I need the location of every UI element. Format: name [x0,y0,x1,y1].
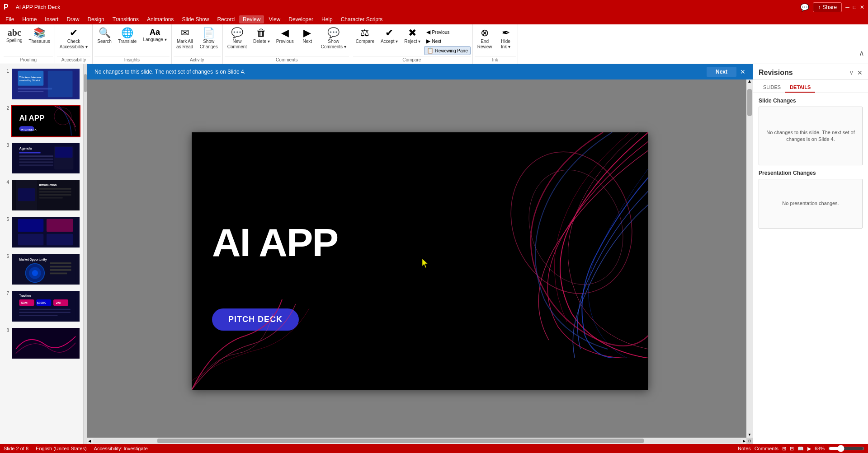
next-change-button[interactable]: ▶ Next [424,37,470,45]
menu-bar: File Home Insert Draw Design Transitions… [0,14,868,24]
show-comments-button[interactable]: 💬 ShowComments ▾ [318,26,349,51]
menu-design[interactable]: Design [84,15,108,23]
svg-rect-5 [18,91,44,92]
translate-button[interactable]: 🌐 Translate [115,26,139,46]
presentation-changes-box: No presentation changes. [759,179,863,229]
slide-image-5[interactable] [11,216,80,248]
next-banner-close[interactable]: ✕ [740,68,745,75]
scroll-corner[interactable]: ⊡ [746,438,753,444]
svg-text:Traction: Traction [19,294,31,297]
previous-comment-button[interactable]: ◀ Previous [274,26,297,46]
view-slideshow-icon[interactable]: ▶ [807,446,811,452]
slide-thumb-4[interactable]: 4 Introduction [2,178,81,212]
slide-thumb-5[interactable]: 5 [2,215,81,249]
reviewing-pane-button[interactable]: 📋 Reviewing Pane [424,46,470,55]
proofing-label: Proofing [4,56,53,64]
spelling-button[interactable]: abc Spelling [4,26,25,45]
scroll-down-arrow[interactable]: ▼ [747,432,752,438]
delete-comment-button[interactable]: 🗑 Delete ▾ [250,26,273,46]
menu-insert[interactable]: Insert [41,15,62,23]
ribbon-collapse-icon[interactable]: ∧ [859,49,864,57]
slide-image-6[interactable]: Market Opportunity [11,253,80,285]
menu-animations[interactable]: Animations [143,15,177,23]
menu-transitions[interactable]: Transitions [109,15,142,23]
menu-help[interactable]: Help [318,15,336,23]
slide-thumb-8[interactable]: 8 [2,326,81,360]
slide-thumb-7[interactable]: 7 Traction $3M $300K 2M [2,289,81,323]
next-change-icon: ▶ [426,38,430,44]
minimize-icon[interactable]: ─ [845,4,849,10]
compare-icon: ⚖ [360,28,369,38]
hscroll-thumb[interactable] [157,439,644,443]
menu-view[interactable]: View [265,15,284,23]
new-comment-button[interactable]: 💬 NewComment [225,26,250,51]
canvas-hscroll[interactable]: ◀ ▶ [87,438,746,444]
comment-icon[interactable]: 💬 [800,3,809,12]
close-icon[interactable]: ✕ [860,4,864,10]
hscroll-left-arrow[interactable]: ◀ [87,439,92,443]
tab-details[interactable]: DETAILS [785,83,815,93]
revisions-collapse-icon[interactable]: ∨ [849,70,854,76]
compare-label: Compare [353,56,471,64]
menu-file[interactable]: File [2,15,18,23]
menu-draw[interactable]: Draw [63,15,83,23]
check-accessibility-button[interactable]: ✔ CheckAccessibility ▾ [57,26,90,51]
show-changes-button[interactable]: 📄 ShowChanges [197,26,221,51]
slide-thumb-6[interactable]: 6 Market Opportunity [2,252,81,286]
view-reading-icon[interactable]: 📖 [797,446,804,452]
search-button[interactable]: 🔍 Search [94,26,114,46]
menu-developer[interactable]: Developer [285,15,317,23]
slide-image-8[interactable] [11,327,80,360]
insights-label: Insights [94,56,170,64]
accept-button[interactable]: ✔ Accept ▾ [378,26,401,46]
next-comment-button[interactable]: ▶ Next [297,26,317,46]
language-button[interactable]: Aa Language ▾ [140,26,169,44]
ribbon-group-comments: 💬 NewComment 🗑 Delete ▾ ◀ Previous ▶ Nex… [223,24,351,64]
share-button[interactable]: ↑ Share [813,2,842,12]
menu-slideshow[interactable]: Slide Show [178,15,212,23]
vscroll-thumb[interactable] [747,89,752,116]
hide-ink-button[interactable]: ✒ HideInk ▾ [496,26,516,51]
reject-button[interactable]: ✖ Reject ▾ [401,26,423,46]
previous-change-button[interactable]: ◀ Previous [424,28,470,36]
search-icon: 🔍 [99,28,111,38]
language-icon: Aa [150,28,160,36]
slide-image-3[interactable]: Agenda [11,142,80,174]
comments-status[interactable]: Comments [755,446,778,451]
svg-text:$300K: $300K [37,301,46,305]
view-normal-icon[interactable]: ⊞ [782,446,786,452]
menu-review[interactable]: Review [239,15,264,23]
slide-thumb-2[interactable]: 2 AI APP PITCH DECK [2,104,81,138]
slide-image-1[interactable]: This template was created by Slidekit [11,68,80,100]
view-slide-sorter-icon[interactable]: ⊟ [790,446,794,452]
slide-image-2[interactable]: AI APP PITCH DECK [11,105,80,137]
tab-slides[interactable]: SLIDES [759,83,785,93]
zoom-slider[interactable] [828,445,864,452]
maximize-icon[interactable]: □ [853,4,856,10]
ribbon-group-activity: ✉ Mark Allas Read 📄 ShowChanges Activity [172,24,223,64]
mark-all-as-read-button[interactable]: ✉ Mark Allas Read [174,26,196,51]
menu-home[interactable]: Home [19,15,40,23]
abstract-decoration-top [413,132,648,358]
slide-panel-scrollbar[interactable] [84,64,87,444]
compare-button[interactable]: ⚖ Compare [353,26,377,46]
revisions-close-icon[interactable]: ✕ [857,69,863,76]
thesaurus-button[interactable]: 📚 Thesaurus [26,26,53,46]
hscroll-right-arrow[interactable]: ▶ [742,439,746,443]
canvas-vscroll[interactable]: ▲ ▼ ⊡ [746,78,753,444]
slide-image-7[interactable]: Traction $3M $300K 2M [11,290,80,322]
slide-changes-box: No changes to this slide. The next set o… [759,107,863,165]
svg-rect-14 [19,152,40,154]
menu-character-scripts[interactable]: Character Scripts [337,15,387,23]
notes-button[interactable]: Notes [738,446,751,451]
slide-image-4[interactable]: Introduction [11,179,80,211]
show-changes-icon: 📄 [203,28,215,38]
end-review-button[interactable]: ⊗ EndReview [475,26,495,51]
menu-record[interactable]: Record [213,15,238,23]
slide-thumb-1[interactable]: 1 This template was created by Slidekit [2,67,81,101]
slide-thumb-3[interactable]: 3 Agenda [2,141,81,175]
scrollbar-thumb[interactable] [84,74,87,92]
svg-rect-41 [50,269,71,271]
next-banner-button[interactable]: Next [707,67,736,77]
next-banner: No changes to this slide. The next set o… [87,64,753,79]
